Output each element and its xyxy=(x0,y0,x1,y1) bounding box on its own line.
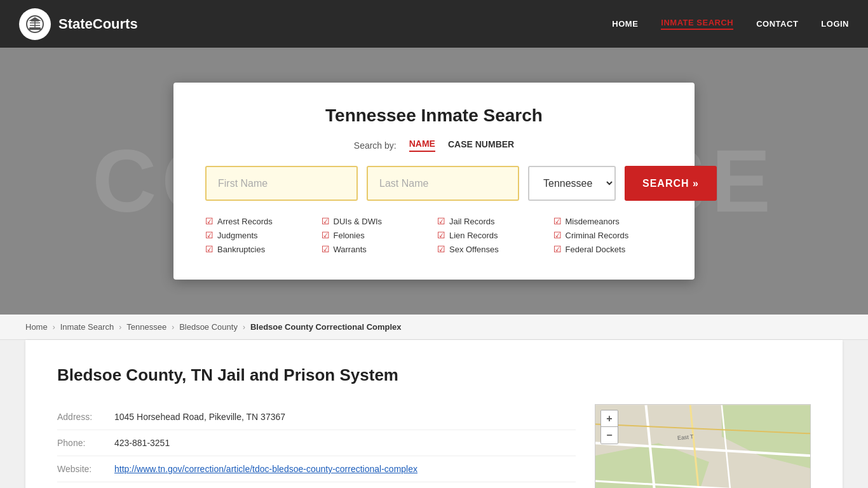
feature-item: ☑Criminal Records xyxy=(553,230,663,240)
feature-label: Arrest Records xyxy=(217,217,273,226)
feature-item: ☑Arrest Records xyxy=(205,216,315,226)
feature-item: ☑Jail Records xyxy=(437,216,547,226)
feature-item: ☑Sex Offenses xyxy=(437,244,547,254)
breadcrumb-home[interactable]: Home xyxy=(25,322,48,332)
feature-item: ☑DUIs & DWIs xyxy=(322,216,431,226)
first-name-input[interactable] xyxy=(205,166,358,201)
search-modal: Tennessee Inmate Search Search by: NAME … xyxy=(173,83,695,280)
website-link[interactable]: http://www.tn.gov/correction/article/tdo… xyxy=(114,464,417,474)
info-section: Address: 1045 Horsehead Road, Pikeville,… xyxy=(57,404,576,488)
feature-label: Bankruptcies xyxy=(217,245,265,254)
breadcrumb-sep-4: › xyxy=(243,323,245,332)
facility-title: Bledsoe County, TN Jail and Prison Syste… xyxy=(57,365,811,385)
search-fields-row: Tennessee Alabama Alaska Arizona Califor… xyxy=(205,166,663,201)
phone-label: Phone: xyxy=(57,438,114,448)
phone-row: Phone: 423-881-3251 xyxy=(57,430,576,456)
phone-value: 423-881-3251 xyxy=(114,438,170,448)
feature-label: Judgments xyxy=(217,231,258,240)
check-icon: ☑ xyxy=(322,216,330,226)
website-row: Website: http://www.tn.gov/correction/ar… xyxy=(57,456,576,482)
breadcrumb-sep-2: › xyxy=(119,323,121,332)
facebook-row: Facebook: https://www.facebook.com/pages… xyxy=(57,482,576,488)
breadcrumb-sep-3: › xyxy=(172,323,174,332)
last-name-input[interactable] xyxy=(367,166,519,201)
feature-label: DUIs & DWIs xyxy=(334,217,383,226)
nav-home[interactable]: HOME xyxy=(612,19,638,29)
map-zoom-controls: + − xyxy=(600,410,618,444)
address-label: Address: xyxy=(57,412,114,422)
tab-case-number[interactable]: CASE NUMBER xyxy=(448,139,514,151)
search-by-label: Search by: xyxy=(354,140,397,151)
check-icon: ☑ xyxy=(205,244,214,254)
feature-item: ☑Felonies xyxy=(322,230,431,240)
feature-label: Misdemeanors xyxy=(566,217,620,226)
feature-item: ☑Warrants xyxy=(322,244,431,254)
breadcrumb-current: Bledsoe County Correctional Complex xyxy=(250,322,402,332)
breadcrumb-bledsoe-county[interactable]: Bledsoe County xyxy=(179,322,238,332)
check-icon: ☑ xyxy=(437,216,445,226)
address-value: 1045 Horsehead Road, Pikeville, TN 37367 xyxy=(114,412,285,422)
state-select[interactable]: Tennessee Alabama Alaska Arizona Califor… xyxy=(528,166,616,201)
check-icon: ☑ xyxy=(322,230,330,240)
feature-label: Warrants xyxy=(334,245,367,254)
feature-item: ☑Judgments xyxy=(205,230,315,240)
breadcrumb-tennessee[interactable]: Tennessee xyxy=(126,322,166,332)
check-icon: ☑ xyxy=(553,230,562,240)
website-label: Website: xyxy=(57,464,114,474)
site-logo[interactable]: StateCourts xyxy=(19,8,138,40)
feature-label: Federal Dockets xyxy=(566,245,626,254)
nav-login[interactable]: LOGIN xyxy=(821,19,849,29)
modal-title: Tennessee Inmate Search xyxy=(205,105,663,126)
logo-label: StateCourts xyxy=(58,16,138,32)
search-by-row: Search by: NAME CASE NUMBER xyxy=(205,139,663,152)
map-zoom-out[interactable]: − xyxy=(601,427,618,444)
search-button[interactable]: SEARCH » xyxy=(625,166,717,201)
feature-item: ☑Bankruptcies xyxy=(205,244,315,254)
feature-label: Sex Offenses xyxy=(449,245,499,254)
tab-name[interactable]: NAME xyxy=(409,139,435,152)
check-icon: ☑ xyxy=(205,216,214,226)
feature-label: Lien Records xyxy=(449,231,498,240)
breadcrumb-sep-1: › xyxy=(53,323,55,332)
check-icon: ☑ xyxy=(437,230,445,240)
map-container: + − East T xyxy=(595,404,811,488)
feature-item: ☑Misdemeanors xyxy=(553,216,663,226)
feature-label: Felonies xyxy=(334,231,365,240)
info-and-map: Address: 1045 Horsehead Road, Pikeville,… xyxy=(57,404,811,488)
check-icon: ☑ xyxy=(322,244,330,254)
feature-item: ☑Lien Records xyxy=(437,230,547,240)
main-nav: HOME INMATE SEARCH CONTACT LOGIN xyxy=(612,18,849,30)
check-icon: ☑ xyxy=(205,230,214,240)
feature-label: Criminal Records xyxy=(566,231,629,240)
check-icon: ☑ xyxy=(437,244,445,254)
check-icon: ☑ xyxy=(553,216,562,226)
feature-item: ☑Federal Dockets xyxy=(553,244,663,254)
svg-rect-2 xyxy=(28,29,42,30)
logo-icon xyxy=(19,8,51,40)
site-header: StateCourts HOME INMATE SEARCH CONTACT L… xyxy=(0,0,868,48)
content-area: Bledsoe County, TN Jail and Prison Syste… xyxy=(25,340,843,488)
nav-contact[interactable]: CONTACT xyxy=(756,19,798,29)
feature-label: Jail Records xyxy=(449,217,495,226)
map-svg: East T xyxy=(595,405,810,488)
hero-section: COURTHOUSE Tennessee Inmate Search Searc… xyxy=(0,48,868,315)
check-icon: ☑ xyxy=(553,244,562,254)
website-value: http://www.tn.gov/correction/article/tdo… xyxy=(114,464,417,474)
breadcrumb: Home › Inmate Search › Tennessee › Bleds… xyxy=(0,315,868,340)
features-grid: ☑Arrest Records☑DUIs & DWIs☑Jail Records… xyxy=(205,216,663,254)
nav-inmate-search[interactable]: INMATE SEARCH xyxy=(661,18,733,30)
address-row: Address: 1045 Horsehead Road, Pikeville,… xyxy=(57,404,576,430)
map-zoom-in[interactable]: + xyxy=(601,410,618,427)
breadcrumb-inmate-search[interactable]: Inmate Search xyxy=(60,322,114,332)
